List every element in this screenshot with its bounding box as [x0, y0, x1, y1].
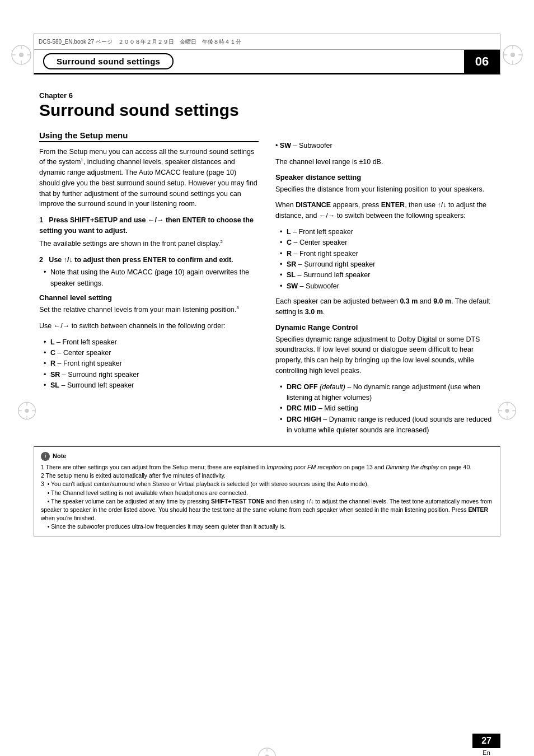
channel-bullet-sl: SL – Surround left speaker	[44, 380, 259, 391]
dist-bullet-sw: SW – Subwoofer	[280, 281, 495, 292]
step2-bold: 2 Use ↑/↓ to adjust then press ENTER to …	[39, 255, 259, 265]
chapter-badge: 06	[464, 50, 500, 73]
corner-decoration-tr	[502, 44, 524, 66]
dynamic-range-title: Dynamic Range Control	[275, 323, 495, 332]
note-box: i Note 1 There are other settings you ca…	[34, 446, 500, 536]
note-text-3: 3 • You can't adjust center/surround whe…	[41, 480, 493, 488]
note-text-2: 2 The setup menu is exited automatically…	[41, 472, 493, 480]
speaker-distance-text2: When DISTANCE appears, press ENTER, then…	[275, 200, 495, 221]
dist-bullet-sl: SL – Surround left speaker	[280, 270, 495, 281]
right-center-decoration	[497, 401, 517, 423]
channel-level-bullets: L – Front left speaker C – Center speake…	[39, 337, 259, 391]
note-label: Note	[53, 451, 66, 461]
file-info-bar: DCS-580_EN.book 27 ページ ２００８年２月２９日 金曜日 午後…	[34, 34, 500, 49]
header-title: Surround sound settings	[43, 53, 174, 69]
main-content: Chapter 6 Surround sound settings Using …	[34, 74, 500, 446]
chapter-label: Chapter 6	[39, 91, 259, 100]
page-number: 27	[472, 734, 500, 748]
drc-mid: DRC MID – Mid setting	[280, 403, 495, 414]
note-icon: i	[41, 452, 50, 461]
dynamic-range-bullets: DRC OFF (default) – No dynamic range adj…	[275, 382, 495, 436]
svg-point-7	[510, 53, 515, 57]
page-wrapper: DCS-580_EN.book 27 ページ ２００８年２月２９日 金曜日 午後…	[0, 34, 534, 756]
dist-bullet-c: C – Center speaker	[280, 237, 495, 248]
left-column: Chapter 6 Surround sound settings Using …	[39, 91, 259, 440]
dist-bullet-r: R – Front right speaker	[280, 249, 495, 259]
svg-point-37	[505, 409, 509, 413]
chapter-title: Surround sound settings	[39, 101, 259, 120]
setup-intro: From the Setup menu you can access all t…	[39, 147, 259, 210]
svg-point-1	[19, 53, 24, 57]
speaker-distance-bullets: L – Front left speaker C – Center speake…	[275, 227, 495, 292]
drc-off: DRC OFF (default) – No dynamic range adj…	[280, 382, 495, 404]
step1-text: The available settings are shown in the …	[39, 239, 259, 249]
note-text-4: • The Channel level setting is not avail…	[41, 489, 493, 497]
note-text-1: 1 There are other settings you can adjus…	[41, 463, 493, 472]
dist-bullet-l: L – Front left speaker	[280, 227, 495, 237]
speaker-range-text: Each speaker can be adjusted between 0.3…	[275, 296, 495, 318]
channel-bullet-l: L – Front left speaker	[44, 337, 259, 348]
header-strip: Surround sound settings 06	[34, 49, 500, 74]
corner-decoration-tl	[10, 44, 32, 66]
dist-bullet-sr: SR – Surround right speaker	[280, 259, 495, 270]
note-header: i Note	[41, 451, 493, 461]
header-title-box: Surround sound settings	[34, 50, 174, 73]
speaker-distance-title: Speaker distance setting	[275, 173, 495, 181]
step1-bold: 1 Press SHIFT+SETUP and use ←/→ then ENT…	[39, 215, 259, 236]
channel-range-text: The channel level range is ±10 dB.	[275, 157, 495, 167]
channel-bullet-r: R – Front right speaker	[44, 358, 259, 369]
page-locale: En	[483, 749, 490, 756]
step2-bullets: Note that using the Auto MCACC (page 10)…	[39, 267, 259, 289]
page-footer: 27 En	[472, 734, 500, 756]
dynamic-range-text1: Specifies dynamic range adjustment to Do…	[275, 334, 495, 376]
bottom-center-decoration	[257, 746, 277, 756]
channel-level-title: Channel level setting	[39, 293, 259, 302]
note-text-5: • The speaker volume can be adjusted at …	[41, 497, 493, 523]
note-text-6: • Since the subwoofer produces ultra-low…	[41, 522, 493, 531]
channel-bullet-c: C – Center speaker	[44, 348, 259, 358]
channel-bullet-sr: SR – Surround right speaker	[44, 370, 259, 380]
setup-menu-section-title: Using the Setup menu	[39, 130, 259, 142]
channel-level-text1: Set the relative channel levels from you…	[39, 305, 259, 315]
drc-high: DRC HIGH – Dynamic range is reduced (lou…	[280, 414, 495, 436]
speaker-distance-text1: Specifies the distance from your listeni…	[275, 184, 495, 195]
right-column: • SW – Subwoofer The channel level range…	[275, 91, 495, 440]
svg-point-31	[25, 409, 29, 413]
left-center-decoration	[17, 401, 37, 423]
step2-bullet-item: Note that using the Auto MCACC (page 10)…	[44, 267, 259, 289]
file-info-text: DCS-580_EN.book 27 ページ ２００８年２月２９日 金曜日 午後…	[39, 38, 241, 46]
sw-text: • SW – Subwoofer	[275, 141, 495, 151]
channel-level-text2: Use ←/→ to switch between channels in th…	[39, 321, 259, 332]
